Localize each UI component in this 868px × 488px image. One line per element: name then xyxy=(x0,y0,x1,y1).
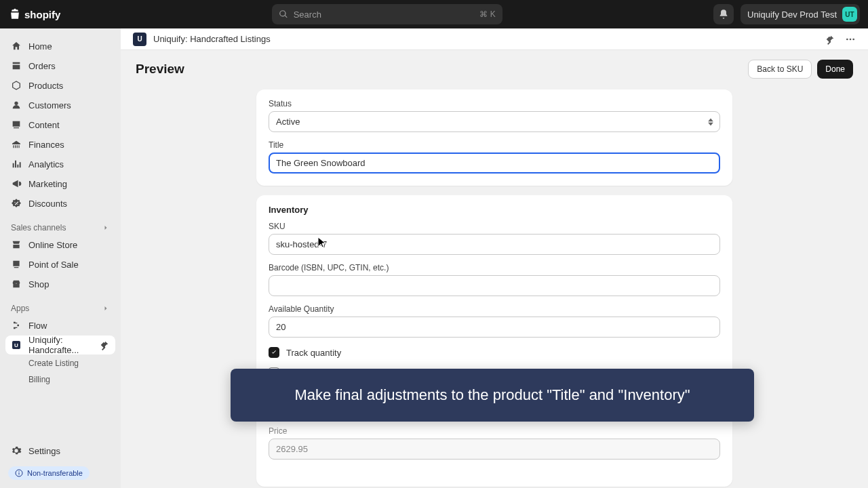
page: Preview Back to SKU Done Status Active T… xyxy=(121,50,868,488)
sidebar-item-customers[interactable]: Customers xyxy=(5,96,115,115)
instruction-text: Make final adjustments to the product "T… xyxy=(294,386,690,403)
flow-icon xyxy=(11,320,22,331)
sidebar-item-shop[interactable]: Shop xyxy=(5,274,115,293)
title-input[interactable] xyxy=(269,152,720,174)
head-actions: Back to SKU Done xyxy=(748,60,853,79)
sidebar-item-discounts[interactable]: Discounts xyxy=(5,194,115,213)
svg-rect-4 xyxy=(19,471,20,472)
orders-icon xyxy=(11,60,22,71)
store-icon xyxy=(11,239,22,250)
section-sales-channels[interactable]: Sales channels xyxy=(5,219,115,235)
pin-icon[interactable] xyxy=(99,340,110,350)
sidebar-item-pos[interactable]: Point of Sale xyxy=(5,255,115,274)
page-head: Preview Back to SKU Done xyxy=(136,60,853,79)
section-label: Apps xyxy=(11,304,29,313)
store-name: Uniquify Dev Prod Test xyxy=(747,9,837,20)
search-input[interactable]: Search ⌘ K xyxy=(272,4,502,24)
chevron-right-icon xyxy=(102,304,110,312)
sku-label: SKU xyxy=(269,222,720,231)
pos-icon xyxy=(11,259,22,270)
sidebar-item-label: Online Store xyxy=(28,240,77,250)
track-quantity-label: Track quantity xyxy=(286,348,341,358)
svg-text:U: U xyxy=(14,342,18,348)
search-kbd: ⌘ K xyxy=(479,9,495,19)
sidebar-sub-create-listing[interactable]: Create Listing xyxy=(5,355,115,371)
sidebar-sub-billing[interactable]: Billing xyxy=(5,371,115,388)
svg-point-7 xyxy=(852,38,854,40)
instruction-overlay: Make final adjustments to the product "T… xyxy=(231,369,754,422)
svg-point-5 xyxy=(846,38,848,40)
sidebar-item-finances[interactable]: Finances xyxy=(5,135,115,154)
sidebar-item-analytics[interactable]: Analytics xyxy=(5,155,115,174)
sidebar-item-orders[interactable]: Orders xyxy=(5,56,115,75)
sku-input[interactable] xyxy=(269,234,720,255)
sidebar-item-settings[interactable]: Settings xyxy=(5,441,115,460)
topbar-right: Uniquify Dev Prod Test UT xyxy=(713,4,860,24)
sidebar-item-products[interactable]: Products xyxy=(5,76,115,95)
status-value: Active xyxy=(269,111,720,132)
sub-item-label: Create Listing xyxy=(28,359,79,368)
svg-rect-3 xyxy=(19,472,20,475)
discounts-icon xyxy=(11,198,22,209)
qty-input[interactable] xyxy=(269,317,720,338)
content-icon xyxy=(11,119,22,130)
done-button[interactable]: Done xyxy=(817,60,853,79)
status-select[interactable]: Active xyxy=(269,111,720,132)
finances-icon xyxy=(11,139,22,150)
non-transferable-badge: Non-transferable xyxy=(8,466,90,480)
customers-icon xyxy=(11,100,22,110)
more-icon[interactable] xyxy=(845,34,856,45)
app-header: U Uniquify: Handcrafted Listings xyxy=(121,28,868,50)
price-input[interactable] xyxy=(269,439,720,460)
sub-item-label: Billing xyxy=(28,375,50,384)
sidebar-item-flow[interactable]: Flow xyxy=(5,316,115,335)
sidebar-item-label: Marketing xyxy=(28,179,67,189)
shop-icon xyxy=(11,279,22,289)
track-quantity-checkbox[interactable] xyxy=(269,347,279,358)
avatar-initials: UT xyxy=(845,11,854,18)
notifications-button[interactable] xyxy=(713,4,734,24)
svg-point-6 xyxy=(850,38,852,40)
sidebar-item-label: Uniquify: Handcrafte... xyxy=(28,335,92,355)
sidebar: Home Orders Products Customers Content F… xyxy=(0,28,121,488)
logo-text: shopify xyxy=(24,9,60,20)
search-icon xyxy=(279,9,288,19)
sidebar-item-label: Analytics xyxy=(28,159,64,169)
sidebar-item-label: Content xyxy=(28,120,60,130)
card-inventory: Inventory SKU Barcode (ISBN, UPC, GTIN, … xyxy=(256,195,732,390)
sidebar-item-home[interactable]: Home xyxy=(5,37,115,56)
sidebar-item-label: Flow xyxy=(28,321,47,331)
marketing-icon xyxy=(11,178,22,189)
back-to-sku-button[interactable]: Back to SKU xyxy=(748,60,812,79)
topbar-left: shopify xyxy=(8,7,60,21)
shopify-logo[interactable]: shopify xyxy=(8,7,60,21)
sidebar-item-label: Settings xyxy=(28,446,60,456)
sidebar-item-uniquify[interactable]: U Uniquify: Handcrafte... xyxy=(5,336,115,354)
track-quantity-row[interactable]: Track quantity xyxy=(269,347,720,358)
barcode-label: Barcode (ISBN, UPC, GTIN, etc.) xyxy=(269,263,720,272)
pin-icon[interactable] xyxy=(825,34,835,45)
avatar: UT xyxy=(842,7,857,22)
card-general: Status Active Title xyxy=(256,89,732,186)
sidebar-item-label: Finances xyxy=(28,140,64,150)
chevron-right-icon xyxy=(102,224,110,232)
sidebar-item-content[interactable]: Content xyxy=(5,115,115,134)
sidebar-item-label: Home xyxy=(28,41,52,52)
sidebar-item-online-store[interactable]: Online Store xyxy=(5,235,115,254)
app-header-icon: U xyxy=(133,33,146,46)
sidebar-item-label: Shop xyxy=(28,279,49,289)
badge-text: Non-transferable xyxy=(27,469,83,477)
topbar: shopify Search ⌘ K Uniquify Dev Prod Tes… xyxy=(0,0,868,28)
section-apps[interactable]: Apps xyxy=(5,300,115,316)
barcode-input[interactable] xyxy=(269,275,720,296)
status-label: Status xyxy=(269,99,720,108)
info-icon xyxy=(15,469,23,477)
inventory-heading: Inventory xyxy=(269,205,720,215)
qty-label: Available Quantity xyxy=(269,304,720,314)
store-switcher[interactable]: Uniquify Dev Prod Test UT xyxy=(741,4,860,24)
sidebar-item-label: Point of Sale xyxy=(28,260,79,270)
cursor-icon xyxy=(317,237,327,251)
sidebar-item-label: Products xyxy=(28,81,63,91)
price-label: Price xyxy=(269,426,720,436)
sidebar-item-marketing[interactable]: Marketing xyxy=(5,174,115,193)
